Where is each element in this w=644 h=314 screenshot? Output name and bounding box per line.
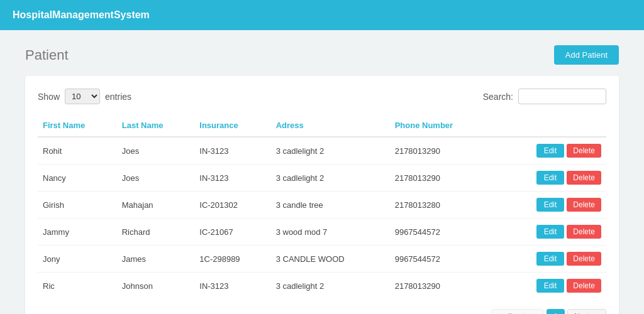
show-entries-control: Show 10 25 50 100 entries (38, 89, 131, 104)
table-row: JonyJames1C-2989893 CANDLE WOOD996754457… (38, 246, 606, 273)
delete-button[interactable]: Delete (567, 252, 601, 266)
delete-button[interactable]: Delete (567, 225, 601, 239)
delete-button[interactable]: Delete (567, 279, 601, 293)
table-header: First Name Last Name Insurance Adress Ph… (38, 114, 606, 137)
table-cell: 3 cadlelight 2 (271, 273, 390, 300)
delete-button[interactable]: Delete (567, 144, 601, 158)
table-cell: 2178013290 (390, 137, 493, 165)
edit-button[interactable]: Edit (536, 198, 565, 212)
col-phone: Phone Number (390, 114, 493, 137)
page-header: Patient Add Patient (25, 45, 619, 65)
actions-cell: Edit Delete (493, 273, 606, 300)
table-controls: Show 10 25 50 100 entries Search: (38, 89, 606, 104)
edit-button[interactable]: Edit (536, 252, 565, 266)
table-cell: 2178013290 (390, 273, 493, 300)
next-button[interactable]: Next → (567, 309, 606, 314)
search-input[interactable] (518, 89, 606, 104)
table-footer: Showing 1 to 6 of 6 entries ← Previous 1… (38, 309, 606, 314)
table-cell: Ric (38, 273, 117, 300)
add-patient-button[interactable]: Add Patient (554, 45, 619, 65)
table-cell: James (117, 246, 195, 273)
table-cell: 9967544572 (390, 219, 493, 246)
edit-button[interactable]: Edit (536, 144, 565, 158)
delete-button[interactable]: Delete (567, 171, 601, 185)
table-row: NancyJoesIN-31233 cadlelight 22178013290… (38, 165, 606, 192)
table-cell: 3 CANDLE WOOD (271, 246, 390, 273)
table-cell: Jammy (38, 219, 117, 246)
col-last-name: Last Name (117, 114, 195, 137)
edit-button[interactable]: Edit (536, 225, 565, 239)
main-content: Patient Add Patient Show 10 25 50 100 en… (0, 30, 644, 314)
show-label: Show (38, 92, 60, 102)
table-cell: Richard (117, 219, 195, 246)
page-title: Patient (25, 47, 69, 63)
actions-cell: Edit Delete (493, 192, 606, 219)
table-cell: Jony (38, 246, 117, 273)
table-cell: Joes (117, 137, 195, 165)
table-cell: Johnson (117, 273, 195, 300)
actions-cell: Edit Delete (493, 165, 606, 192)
app-title: HospitalManagementSystem (13, 9, 150, 21)
table-cell: Nancy (38, 165, 117, 192)
table-cell: Girish (38, 192, 117, 219)
table-cell: 9967544572 (390, 246, 493, 273)
col-actions (493, 114, 606, 137)
col-first-name: First Name (38, 114, 117, 137)
edit-button[interactable]: Edit (536, 171, 565, 185)
table-cell: IN-3123 (194, 137, 270, 165)
entries-select[interactable]: 10 25 50 100 (65, 89, 100, 104)
top-nav: HospitalManagementSystem (0, 0, 644, 30)
table-cell: 2178013290 (390, 165, 493, 192)
table-row: RicJohnsonIN-31233 cadlelight 2217801329… (38, 273, 606, 300)
table-cell: IC-201302 (194, 192, 270, 219)
table-cell: 3 candle tree (271, 192, 390, 219)
table-cell: 3 wood mod 7 (271, 219, 390, 246)
actions-cell: Edit Delete (493, 219, 606, 246)
table-cell: IN-3123 (194, 273, 270, 300)
table-cell: 3 cadlelight 2 (271, 165, 390, 192)
showing-text: Showing 1 to 6 of 6 entries (38, 312, 135, 315)
table-cell: IN-3123 (194, 165, 270, 192)
page-1-button[interactable]: 1 (547, 309, 565, 314)
entries-label: entries (105, 92, 131, 102)
patient-card: Show 10 25 50 100 entries Search: First … (25, 76, 619, 314)
table-cell: IC-21067 (194, 219, 270, 246)
header-row: First Name Last Name Insurance Adress Ph… (38, 114, 606, 137)
delete-button[interactable]: Delete (567, 198, 601, 212)
edit-button[interactable]: Edit (536, 279, 565, 293)
table-body: RohitJoesIN-31233 cadlelight 22178013290… (38, 137, 606, 299)
table-cell: 1C-298989 (194, 246, 270, 273)
search-label: Search: (483, 92, 513, 102)
patient-table: First Name Last Name Insurance Adress Ph… (38, 114, 606, 299)
table-cell: Mahajan (117, 192, 195, 219)
table-row: GirishMahajanIC-2013023 candle tree21780… (38, 192, 606, 219)
actions-cell: Edit Delete (493, 246, 606, 273)
table-cell: 3 cadlelight 2 (271, 137, 390, 165)
table-row: RohitJoesIN-31233 cadlelight 22178013290… (38, 137, 606, 165)
col-insurance: Insurance (194, 114, 270, 137)
prev-button[interactable]: ← Previous (491, 309, 544, 314)
actions-cell: Edit Delete (493, 137, 606, 165)
table-cell: Rohit (38, 137, 117, 165)
search-box: Search: (483, 89, 606, 104)
pagination: ← Previous 1 Next → (491, 309, 606, 314)
table-cell: Joes (117, 165, 195, 192)
table-row: JammyRichardIC-210673 wood mod 799675445… (38, 219, 606, 246)
table-cell: 2178013280 (390, 192, 493, 219)
col-address: Adress (271, 114, 390, 137)
